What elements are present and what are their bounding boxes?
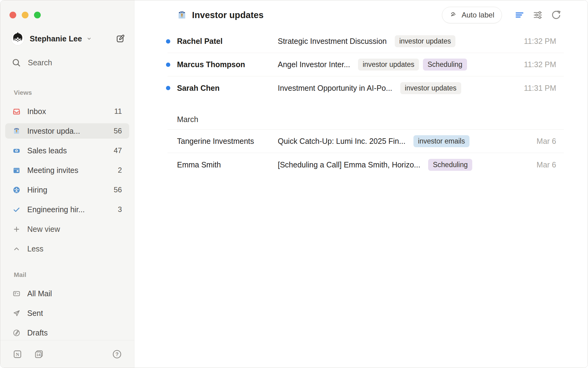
sidebar-item-sent[interactable]: Sent <box>5 305 129 321</box>
email-subject: Investment Opportunity in AI-Po... <box>278 84 392 93</box>
notion-logo-icon[interactable]: N <box>13 349 22 359</box>
email-list: Rachel Patel Strategic Investment Discus… <box>134 30 588 368</box>
notion-calendar-icon[interactable]: 14 <box>34 349 44 359</box>
page-title: Investor updates <box>192 10 264 20</box>
accessibility-icon <box>13 186 21 194</box>
email-subject: Quick Catch-Up: Lumi Inc. 2025 Fin... <box>278 137 405 146</box>
view-header: Investor updates Auto label <box>134 0 588 30</box>
svg-text:?: ? <box>115 351 119 357</box>
email-time: Mar 6 <box>530 137 556 146</box>
shirt-tie-emoji-icon <box>13 127 21 135</box>
email-row[interactable]: Emma Smith [Scheduling a Call] Emma Smit… <box>168 153 564 176</box>
label-tag[interactable]: investor updates <box>358 59 419 71</box>
chevron-up-icon <box>13 245 21 253</box>
unread-count: 2 <box>118 166 122 174</box>
sidebar-item-engineering-hiring[interactable]: Engineering hir... 3 <box>5 202 129 217</box>
views-nav: Inbox 11 Investor upda... 56 <box>0 104 134 256</box>
sidebar-footer: N 14 ? <box>0 340 134 368</box>
inbox-tray-icon <box>13 107 21 115</box>
zoom-window-button[interactable] <box>34 12 41 18</box>
unread-count: 56 <box>114 127 122 135</box>
close-window-button[interactable] <box>9 12 16 18</box>
compose-icon[interactable] <box>116 34 125 43</box>
email-row[interactable]: Marcus Thompson Angel Investor Inter... … <box>168 53 564 76</box>
draft-pencil-circle-icon <box>13 329 21 337</box>
label-tag[interactable]: Scheduling <box>428 159 472 171</box>
chevron-down-icon <box>86 35 92 42</box>
email-time: 11:31 PM <box>518 84 556 93</box>
unread-count: 3 <box>118 205 122 214</box>
svg-text:N: N <box>16 351 19 357</box>
sidebar-item-all-mail[interactable]: All Mail <box>5 286 129 301</box>
less-button[interactable]: Less <box>5 241 129 256</box>
unread-dot <box>166 86 170 90</box>
email-sender: Emma Smith <box>177 160 278 169</box>
search-icon <box>11 58 21 67</box>
email-sender: Tangerine Investments <box>177 137 278 146</box>
auto-label-button[interactable]: Auto label <box>442 7 502 23</box>
auto-label-wand-icon <box>450 11 458 19</box>
paper-plane-icon <box>13 309 21 317</box>
search-placeholder: Search <box>28 58 52 67</box>
new-view-button[interactable]: New view <box>5 221 129 237</box>
sliders-icon[interactable] <box>533 10 543 20</box>
email-row[interactable]: Rachel Patel Strategic Investment Discus… <box>168 30 564 53</box>
help-icon[interactable]: ? <box>112 349 122 359</box>
header-controls: Auto label <box>442 7 561 23</box>
sidebar-item-drafts[interactable]: Drafts <box>5 325 129 340</box>
sidebar-item-inbox[interactable]: Inbox 11 <box>5 104 129 119</box>
sidebar-item-hiring[interactable]: Hiring 56 <box>5 182 129 197</box>
email-row[interactable]: Tangerine Investments Quick Catch-Up: Lu… <box>168 130 564 153</box>
sidebar-item-sales-leads[interactable]: Sales leads 47 <box>5 143 129 158</box>
minimize-window-button[interactable] <box>22 12 28 18</box>
email-subject: Angel Investor Inter... <box>278 60 350 69</box>
user-name: Stephanie Lee <box>30 34 82 43</box>
checkmark-icon <box>13 205 21 213</box>
unread-count: 11 <box>114 107 122 116</box>
email-row[interactable]: Sarah Chen Investment Opportunity in AI-… <box>168 76 564 100</box>
mail-nav: All Mail Sent Drafts <box>0 286 134 340</box>
mail-card-icon <box>13 289 21 297</box>
unread-dot <box>166 63 170 67</box>
window-controls <box>0 0 134 18</box>
svg-text:14: 14 <box>36 353 40 357</box>
email-sender: Marcus Thompson <box>177 60 278 69</box>
calendar-icon <box>13 166 21 174</box>
email-sender: Sarah Chen <box>177 84 278 93</box>
date-group-heading: March <box>168 100 564 130</box>
email-sender: Rachel Patel <box>177 37 278 46</box>
account-switcher[interactable]: Stephanie Lee <box>11 32 125 45</box>
label-tag[interactable]: investor updates <box>400 82 461 94</box>
email-time: 11:32 PM <box>518 60 556 69</box>
sidebar: Stephanie Lee Search Views <box>0 0 134 368</box>
plus-icon <box>13 225 21 233</box>
search-input[interactable]: Search <box>11 56 125 69</box>
email-subject: [Scheduling a Call] Emma Smith, Horizo..… <box>278 160 420 169</box>
unread-dot <box>166 39 170 44</box>
refresh-icon[interactable] <box>551 10 561 20</box>
unread-count: 56 <box>114 186 122 194</box>
banknote-icon <box>13 147 21 155</box>
label-tag[interactable]: investor emails <box>413 135 469 147</box>
label-tag[interactable]: investor updates <box>395 35 456 47</box>
email-time: Mar 6 <box>530 160 556 169</box>
email-subject: Strategic Investment Discussion <box>278 37 387 46</box>
filter-lines-icon[interactable] <box>514 10 525 20</box>
sidebar-item-investor-updates[interactable]: Investor upda... 56 <box>5 123 129 139</box>
unread-count: 47 <box>114 146 122 155</box>
mail-section-label: Mail <box>0 271 134 278</box>
label-tag[interactable]: Scheduling <box>423 59 467 71</box>
sidebar-item-meeting-invites[interactable]: Meeting invites 2 <box>5 163 129 178</box>
shirt-tie-emoji-icon <box>177 10 187 20</box>
main-panel: Investor updates Auto label <box>134 0 588 368</box>
avatar <box>11 32 24 45</box>
views-section-label: Views <box>0 89 134 96</box>
app-window: Stephanie Lee Search Views <box>0 0 588 368</box>
email-time: 11:32 PM <box>518 37 556 46</box>
